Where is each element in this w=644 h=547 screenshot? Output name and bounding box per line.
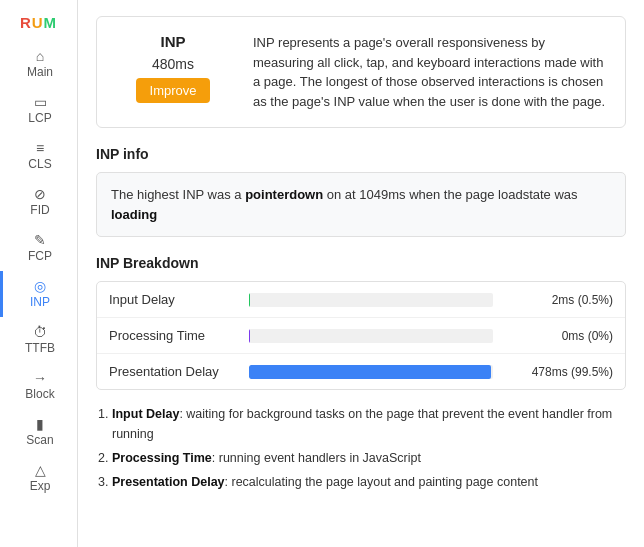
input-delay-value: 2ms (0.5%) [503,293,613,307]
sidebar-item-label: Scan [26,433,53,447]
logo: RUM [0,8,77,41]
logo-r: R [20,14,32,31]
presentation-delay-bar-container [249,365,493,379]
sidebar-item-label: Block [25,387,54,401]
note-presentation-delay-desc: : recalculating the page layout and pain… [225,475,538,489]
breakdown-table: Input Delay 2ms (0.5%) Processing Time 0… [96,281,626,390]
sidebar-item-label: INP [30,295,50,309]
inp-description: INP represents a page's overall responsi… [253,33,609,111]
sidebar-item-cls[interactable]: ≡ CLS [0,133,77,179]
breakdown-row-input-delay: Input Delay 2ms (0.5%) [97,282,625,318]
note-processing-time-desc: : running event handlers in JavaScript [212,451,421,465]
sidebar-item-label: Exp [30,479,51,493]
breakdown-row-processing-time: Processing Time 0ms (0%) [97,318,625,354]
inp-card: INP 480ms Improve INP represents a page'… [96,16,626,128]
cls-icon: ≡ [36,141,44,155]
note-input-delay-label: Input Delay [112,407,179,421]
note-input-delay: Input Delay: waiting for background task… [112,404,626,444]
note-processing-time: Processing Time: running event handlers … [112,448,626,468]
notes-list: Input Delay: waiting for background task… [96,404,626,492]
presentation-delay-bar [249,365,491,379]
fid-icon: ⊘ [34,187,46,201]
improve-button[interactable]: Improve [136,78,211,103]
sidebar-item-label: FCP [28,249,52,263]
inp-info-middle: on at [323,187,359,202]
inp-summary: INP 480ms Improve [113,33,233,103]
sidebar-item-inp[interactable]: ◎ INP [0,271,77,317]
input-delay-bar-container [249,293,493,307]
input-delay-bar [249,293,250,307]
sidebar-item-fcp[interactable]: ✎ FCP [0,225,77,271]
scan-icon: ▮ [36,417,44,431]
presentation-delay-label: Presentation Delay [109,364,239,379]
inp-breakdown-section: INP Breakdown Input Delay 2ms (0.5%) Pro… [96,255,626,390]
inp-loadstate: loading [111,207,157,222]
sidebar-item-label: Main [27,65,53,79]
sidebar-item-exp[interactable]: △ Exp [0,455,77,501]
inp-icon: ◎ [34,279,46,293]
processing-time-value: 0ms (0%) [503,329,613,343]
sidebar-item-label: CLS [28,157,51,171]
input-delay-label: Input Delay [109,292,239,307]
sidebar-item-main[interactable]: ⌂ Main [0,41,77,87]
home-icon: ⌂ [36,49,44,63]
sidebar-item-label: FID [30,203,49,217]
inp-metric-title: INP [160,33,185,50]
sidebar-item-label: LCP [28,111,51,125]
note-presentation-delay: Presentation Delay: recalculating the pa… [112,472,626,492]
fcp-icon: ✎ [34,233,46,247]
sidebar-item-scan[interactable]: ▮ Scan [0,409,77,455]
logo-u: U [32,14,44,31]
note-input-delay-desc: : waiting for background tasks on the pa… [112,407,612,441]
inp-info-suffix: when the page loadstate was [406,187,578,202]
inp-info-prefix: The highest INP was a [111,187,245,202]
presentation-delay-value: 478ms (99.5%) [503,365,613,379]
sidebar: RUM ⌂ Main ▭ LCP ≡ CLS ⊘ FID ✎ FCP ◎ INP… [0,0,78,547]
breakdown-title: INP Breakdown [96,255,626,271]
processing-time-label: Processing Time [109,328,239,343]
inp-info-box: The highest INP was a pointerdown on at … [96,172,626,237]
ttfb-icon: ⏱ [33,325,47,339]
sidebar-item-block[interactable]: → Block [0,363,77,409]
inp-info-title: INP info [96,146,626,162]
sidebar-item-lcp[interactable]: ▭ LCP [0,87,77,133]
processing-time-bar-container [249,329,493,343]
exp-icon: △ [35,463,46,477]
sidebar-item-fid[interactable]: ⊘ FID [0,179,77,225]
main-content: INP 480ms Improve INP represents a page'… [78,0,644,547]
note-processing-time-label: Processing Time [112,451,212,465]
sidebar-item-label: TTFB [25,341,55,355]
block-icon: → [33,371,47,385]
sidebar-item-ttfb[interactable]: ⏱ TTFB [0,317,77,363]
note-presentation-delay-label: Presentation Delay [112,475,225,489]
inp-metric-value: 480ms [152,56,194,72]
logo-m: M [44,14,58,31]
breakdown-row-presentation-delay: Presentation Delay 478ms (99.5%) [97,354,625,389]
inp-event-type: pointerdown [245,187,323,202]
inp-time-value: 1049ms [359,187,405,202]
lcp-icon: ▭ [34,95,47,109]
